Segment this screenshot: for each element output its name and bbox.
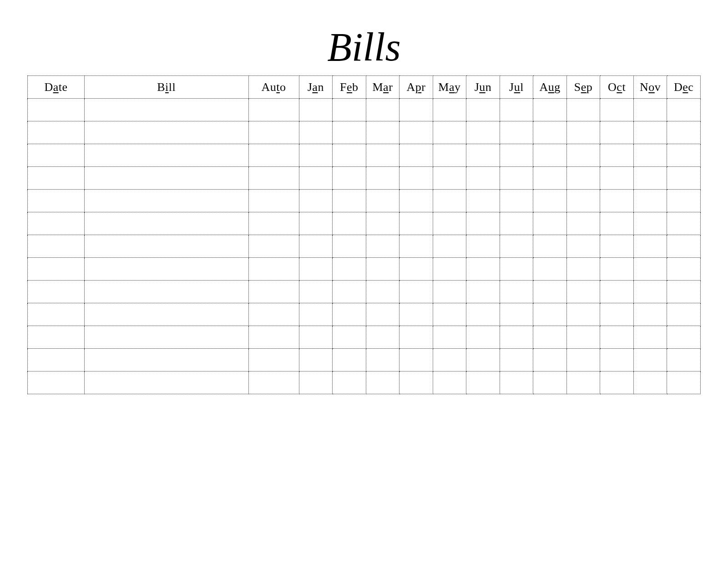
cell[interactable] (466, 326, 500, 349)
cell[interactable] (566, 349, 600, 371)
cell[interactable] (28, 212, 85, 235)
cell[interactable] (399, 99, 433, 121)
cell[interactable] (566, 303, 600, 326)
cell[interactable] (84, 99, 248, 121)
cell[interactable] (500, 121, 533, 144)
cell[interactable] (28, 190, 85, 212)
cell[interactable] (566, 371, 600, 394)
cell[interactable] (84, 258, 248, 281)
cell[interactable] (248, 167, 299, 190)
cell[interactable] (299, 326, 333, 349)
cell[interactable] (299, 235, 333, 258)
cell[interactable] (466, 258, 500, 281)
cell[interactable] (299, 190, 333, 212)
cell[interactable] (299, 121, 333, 144)
cell[interactable] (299, 371, 333, 394)
cell[interactable] (248, 281, 299, 303)
cell[interactable] (500, 212, 533, 235)
cell[interactable] (533, 303, 567, 326)
cell[interactable] (366, 167, 399, 190)
cell[interactable] (500, 326, 533, 349)
cell[interactable] (248, 190, 299, 212)
cell[interactable] (84, 167, 248, 190)
cell[interactable] (28, 371, 85, 394)
cell[interactable] (433, 281, 466, 303)
cell[interactable] (399, 167, 433, 190)
cell[interactable] (633, 371, 667, 394)
cell[interactable] (433, 371, 466, 394)
cell[interactable] (333, 190, 366, 212)
cell[interactable] (633, 167, 667, 190)
cell[interactable] (333, 167, 366, 190)
cell[interactable] (399, 144, 433, 167)
cell[interactable] (399, 212, 433, 235)
cell[interactable] (566, 167, 600, 190)
cell[interactable] (566, 144, 600, 167)
cell[interactable] (399, 258, 433, 281)
cell[interactable] (533, 167, 567, 190)
cell[interactable] (248, 235, 299, 258)
cell[interactable] (667, 371, 701, 394)
cell[interactable] (28, 326, 85, 349)
cell[interactable] (399, 303, 433, 326)
cell[interactable] (600, 144, 634, 167)
cell[interactable] (399, 235, 433, 258)
cell[interactable] (633, 258, 667, 281)
cell[interactable] (566, 212, 600, 235)
cell[interactable] (500, 371, 533, 394)
cell[interactable] (28, 303, 85, 326)
cell[interactable] (299, 349, 333, 371)
cell[interactable] (500, 99, 533, 121)
cell[interactable] (333, 303, 366, 326)
cell[interactable] (600, 371, 634, 394)
cell[interactable] (84, 235, 248, 258)
cell[interactable] (667, 99, 701, 121)
cell[interactable] (333, 121, 366, 144)
cell[interactable] (84, 212, 248, 235)
cell[interactable] (500, 258, 533, 281)
cell[interactable] (533, 235, 567, 258)
cell[interactable] (366, 144, 399, 167)
cell[interactable] (399, 121, 433, 144)
cell[interactable] (600, 258, 634, 281)
cell[interactable] (533, 371, 567, 394)
cell[interactable] (600, 235, 634, 258)
cell[interactable] (299, 212, 333, 235)
cell[interactable] (299, 281, 333, 303)
cell[interactable] (600, 121, 634, 144)
cell[interactable] (600, 349, 634, 371)
cell[interactable] (600, 190, 634, 212)
cell[interactable] (667, 167, 701, 190)
cell[interactable] (333, 371, 366, 394)
cell[interactable] (600, 167, 634, 190)
cell[interactable] (84, 349, 248, 371)
cell[interactable] (399, 326, 433, 349)
cell[interactable] (248, 144, 299, 167)
cell[interactable] (633, 235, 667, 258)
cell[interactable] (248, 326, 299, 349)
cell[interactable] (600, 212, 634, 235)
cell[interactable] (533, 349, 567, 371)
cell[interactable] (667, 144, 701, 167)
cell[interactable] (366, 258, 399, 281)
cell[interactable] (600, 281, 634, 303)
cell[interactable] (248, 212, 299, 235)
cell[interactable] (633, 212, 667, 235)
cell[interactable] (299, 99, 333, 121)
cell[interactable] (299, 144, 333, 167)
cell[interactable] (466, 144, 500, 167)
cell[interactable] (433, 349, 466, 371)
cell[interactable] (366, 121, 399, 144)
cell[interactable] (667, 326, 701, 349)
cell[interactable] (500, 235, 533, 258)
cell[interactable] (28, 167, 85, 190)
cell[interactable] (633, 190, 667, 212)
cell[interactable] (466, 303, 500, 326)
cell[interactable] (84, 303, 248, 326)
cell[interactable] (667, 281, 701, 303)
cell[interactable] (566, 258, 600, 281)
cell[interactable] (566, 326, 600, 349)
cell[interactable] (600, 326, 634, 349)
cell[interactable] (500, 190, 533, 212)
cell[interactable] (366, 303, 399, 326)
